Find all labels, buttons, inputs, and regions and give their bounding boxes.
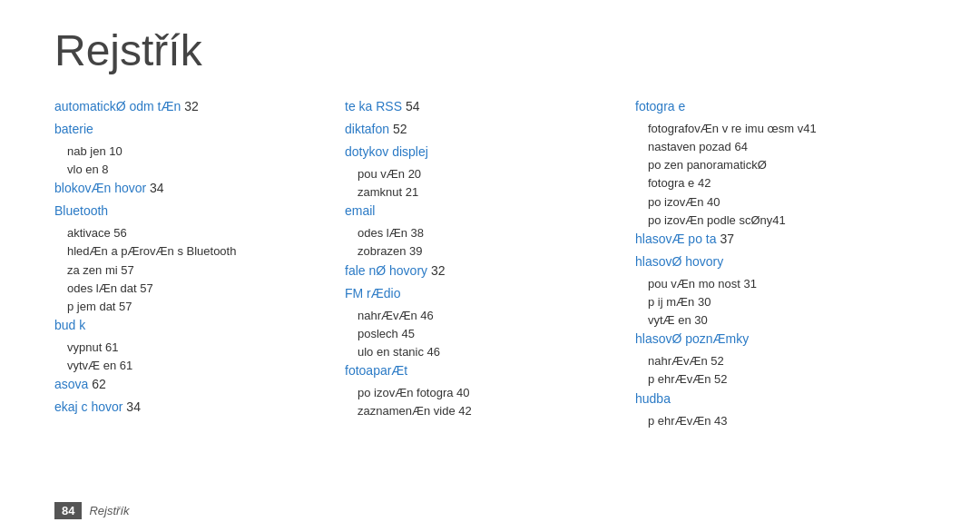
index-link-num: 52 [389,122,407,136]
index-link-entry: hlasovØ hovory [635,252,916,271]
index-link-entry: Bluetooth [54,202,336,221]
footer-label: Rejstřík [89,504,129,517]
index-sub-entry: nab jen 10 [54,143,336,161]
index-sub-entry: p ij mÆn 30 [635,293,916,311]
index-link-entry: fotoaparÆt [345,361,626,380]
index-link-text[interactable]: baterie [54,122,93,136]
index-sub-entry: p ehrÆvÆn 52 [635,370,916,389]
index-link-entry: fale nØ hovory 32 [345,261,626,281]
index-sub-entry: aktivace 56 [54,224,336,242]
index-sub-entry: p jem dat 57 [54,298,336,316]
index-link-entry: blokovÆn hovor 34 [54,179,336,198]
index-link-text[interactable]: dotykov displej [345,144,428,159]
index-link-text[interactable]: diktafon [345,122,389,136]
index-sub-entry: pou vÆn mo nost 31 [635,275,916,293]
index-link-text[interactable]: te ka RSS [345,99,402,113]
index-sub-entry: po zen panoramatickØ [635,156,916,174]
index-link-num: 37 [717,232,734,246]
index-link-text[interactable]: bud k [54,318,85,332]
index-sub-entry: zamknut 21 [345,183,626,202]
index-sub-entry: poslech 45 [345,325,626,343]
index-link-entry: automatickØ odm tÆn 32 [54,97,336,116]
index-link-entry: email [345,202,626,221]
index-sub-entry: fotogra e 42 [635,174,916,192]
index-sub-entry: fotografovÆn v re imu œsm v41 [635,120,916,138]
page-footer: 84 Rejstřík [54,502,130,519]
index-link-entry: diktafon 52 [345,120,626,139]
index-link-text[interactable]: FM rÆdio [345,286,400,300]
index-sub-entry: ulo en stanic 46 [345,343,626,361]
index-link-text[interactable]: email [345,203,375,218]
index-link-text[interactable]: fotoaparÆt [345,363,407,378]
index-sub-entry: odes lÆn 38 [345,224,626,242]
index-link-text[interactable]: Bluetooth [54,203,108,218]
index-link-text[interactable]: ekaj c hovor [54,399,122,414]
index-sub-entry: za zen mi 57 [54,261,336,280]
index-sub-entry: vlo en 8 [54,161,336,179]
index-link-text[interactable]: hlasovÆ po ta [635,232,717,246]
index-link-text[interactable]: automatickØ odm tÆn [54,99,181,113]
column-3: fotogra efotografovÆn v re imu œsm v41na… [635,97,926,430]
index-sub-entry: p ehrÆvÆn 43 [635,412,916,430]
index-link-num: 34 [146,181,163,195]
index-sub-entry: odes lÆn dat 57 [54,280,336,298]
index-link-num: 32 [427,263,445,278]
index-link-entry: hlasovØ poznÆmky [635,330,916,349]
index-link-entry: fotogra e [635,97,916,116]
index-link-entry: asova 62 [54,375,336,394]
index-link-text[interactable]: blokovÆn hovor [54,181,146,195]
index-link-entry: FM rÆdio [345,284,626,303]
index-sub-entry: nahrÆvÆn 46 [345,307,626,325]
index-sub-entry: nahrÆvÆn 52 [635,352,916,370]
index-sub-entry: po izovÆn podle scØny41 [635,212,916,230]
index-sub-entry: zaznamenÆn vide 42 [345,402,626,420]
index-link-entry: ekaj c hovor 34 [54,398,336,417]
index-link-text[interactable]: fale nØ hovory [345,263,427,278]
page: Rejstřík automatickØ odm tÆn 32bateriena… [0,0,980,532]
index-link-entry: baterie [54,120,336,139]
index-sub-entry: po izovÆn 40 [635,193,916,212]
index-link-text[interactable]: hlasovØ hovory [635,254,723,269]
index-sub-entry: nastaven pozad 64 [635,138,916,156]
index-link-num: 62 [88,377,105,391]
index-link-entry: hudba [635,389,916,409]
index-link-num: 34 [122,399,140,414]
index-link-text[interactable]: hudba [635,391,671,406]
index-sub-entry: vypnut 61 [54,339,336,357]
index-link-text[interactable]: asova [54,377,88,391]
index-link-entry: dotykov displej [345,143,626,162]
index-link-text[interactable]: fotogra e [635,99,685,113]
column-2: te ka RSS 54diktafon 52dotykov displejpo… [345,97,635,430]
index-sub-entry: vytÆ en 30 [635,311,916,330]
index-link-entry: te ka RSS 54 [345,97,626,116]
index-columns: automatickØ odm tÆn 32baterienab jen 10v… [54,97,926,430]
page-title: Rejstřík [54,25,926,75]
index-sub-entry: vytvÆ en 61 [54,357,336,375]
index-sub-entry: po izovÆn fotogra 40 [345,384,626,402]
index-link-entry: bud k [54,316,336,335]
column-1: automatickØ odm tÆn 32baterienab jen 10v… [54,97,345,430]
index-sub-entry: hledÆn a pÆrovÆn s Bluetooth [54,242,336,261]
footer-page-number: 84 [54,502,82,519]
index-link-num: 32 [181,99,198,113]
index-link-num: 54 [402,99,419,113]
index-link-text[interactable]: hlasovØ poznÆmky [635,331,749,346]
index-sub-entry: pou vÆn 20 [345,165,626,183]
index-link-entry: hlasovÆ po ta 37 [635,230,916,249]
index-sub-entry: zobrazen 39 [345,242,626,261]
